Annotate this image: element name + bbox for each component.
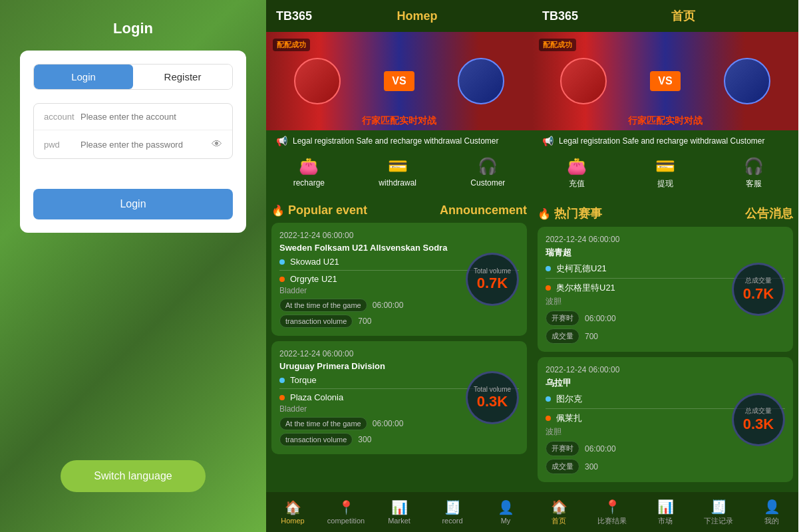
middle-bottom-nav: 🏠 Homep 📍 competition 📊 Market 🧾 record … <box>266 492 532 532</box>
right-m2-team1-dot <box>546 396 551 402</box>
middle-nav-home[interactable]: 🏠 Homep <box>266 492 319 532</box>
right-competition-icon: 📍 <box>604 499 621 515</box>
right-nav-market[interactable]: 📊 市场 <box>639 492 692 532</box>
right-popular-title: 热门赛事 <box>554 205 602 221</box>
account-input[interactable] <box>80 112 222 122</box>
right-match1-league: 瑞青超 <box>546 247 785 259</box>
middle-header: TB365 Homep <box>266 0 532 32</box>
middle-nav-competition-label: competition <box>327 517 365 525</box>
middle-withdrawal-action[interactable]: 💳 withdrawal <box>379 157 416 188</box>
customer-label: Customer <box>470 178 505 188</box>
tab-row: Login Register <box>33 64 233 90</box>
middle-match2-volume-row: transaction volume 300 <box>279 433 519 446</box>
middle-quick-actions: 👛 recharge 💳 withdrawal 🎧 Customer <box>266 152 532 193</box>
right-header: TB365 首页 <box>532 0 798 32</box>
right-team-left <box>560 58 607 104</box>
right-match1-volume-num: 700 <box>585 332 598 341</box>
team-left-icon <box>294 58 341 104</box>
middle-nav-my[interactable]: 👤 My <box>479 492 532 532</box>
middle-nav-my-label: My <box>501 517 511 525</box>
right-match-card-2: 2022-12-24 06:00:00 乌拉甲 图尔克 佩莱扎 波胆 开赛时 0… <box>538 357 793 482</box>
right-section-header: 🔥 热门赛事 公告消息 <box>538 200 793 227</box>
middle-banner-text: 行家匹配实时对战 <box>266 115 532 127</box>
right-nav-home[interactable]: 🏠 首页 <box>532 492 585 532</box>
middle-match1-time: 06:00:00 <box>373 301 404 310</box>
middle-popular-title: Popular event <box>288 203 367 217</box>
home-nav-icon: 🏠 <box>285 499 301 515</box>
middle-nav-record-label: record <box>442 517 462 525</box>
right-team-right <box>724 58 770 104</box>
middle-match1-datetime: 2022-12-24 06:00:00 <box>279 231 519 240</box>
middle-match1-volume-circle: Total volume 0.7K <box>466 253 519 306</box>
middle-info-text: Legal registration Safe and recharge wit… <box>293 136 522 146</box>
register-tab[interactable]: Register <box>133 65 232 89</box>
right-nav-record[interactable]: 🧾 下注记录 <box>692 492 745 532</box>
right-match2-datetime: 2022-12-24 06:00:00 <box>546 365 785 374</box>
password-row: pwd 👁 <box>34 130 232 158</box>
middle-team2-dot <box>279 277 285 282</box>
middle-nav-home-label: Homep <box>281 517 304 525</box>
middle-volume2-value: 0.3K <box>477 393 508 410</box>
middle-match2-tag2: transaction volume <box>279 433 353 446</box>
team-right-icon <box>458 58 504 104</box>
right-recharge-icon: 👛 <box>567 157 587 176</box>
withdrawal-label: withdrawal <box>379 178 416 188</box>
right-nav-competition-label: 比赛结果 <box>597 516 627 526</box>
right-match-card-1: 2022-12-24 06:00:00 瑞青超 史柯瓦德U21 奥尔格里特U21… <box>538 227 793 352</box>
middle-customer-action[interactable]: 🎧 Customer <box>470 157 505 188</box>
right-bottom-nav: 🏠 首页 📍 比赛结果 📊 市场 🧾 下注记录 👤 我的 <box>532 492 798 532</box>
right-recharge-label: 充值 <box>569 178 585 190</box>
eye-icon[interactable]: 👁 <box>212 138 222 150</box>
middle-match2-volume-circle: Total volume 0.3K <box>466 371 519 424</box>
customer-icon: 🎧 <box>478 157 498 176</box>
middle-banner: 配配成功 VS 行家匹配实时对战 <box>266 32 532 130</box>
right-match2-volume-row: 成交量 300 <box>546 459 785 474</box>
right-recharge-action[interactable]: 👛 充值 <box>567 157 587 190</box>
right-match1-volume-row: 成交量 700 <box>546 329 785 344</box>
middle-match2-tag1: At the time of the game <box>279 417 367 430</box>
fire-icon-1: 🔥 <box>271 204 285 217</box>
credentials-input-group: account pwd 👁 <box>33 103 233 159</box>
right-nav-competition[interactable]: 📍 比赛结果 <box>585 492 639 532</box>
middle-section-header: 🔥 Popular event Announcement <box>271 198 527 223</box>
right-volume2-value: 0.3K <box>743 416 774 433</box>
right-match2-team2: 佩莱扎 <box>556 412 582 424</box>
middle-nav-market[interactable]: 📊 Market <box>373 492 426 532</box>
right-nav-my[interactable]: 👤 我的 <box>745 492 798 532</box>
login-tab[interactable]: Login <box>34 65 133 89</box>
login-button[interactable]: Login <box>33 189 233 219</box>
right-customer-icon: 🎧 <box>744 157 764 176</box>
middle-info-bar: 📢 Legal registration Safe and recharge w… <box>266 130 532 152</box>
market-nav-icon: 📊 <box>391 499 408 515</box>
recharge-label: recharge <box>293 178 325 188</box>
record-nav-icon: 🧾 <box>444 499 461 515</box>
right-m2-team2-dot <box>546 416 551 421</box>
right-info-icon: 📢 <box>542 136 554 146</box>
middle-nav-competition[interactable]: 📍 competition <box>319 492 373 532</box>
competition-nav-icon: 📍 <box>338 499 355 515</box>
right-home-icon: 🏠 <box>551 499 567 515</box>
right-info-text: Legal registration Safe and recharge wit… <box>559 136 788 146</box>
middle-logo: TB365 <box>276 9 312 23</box>
banner-badge-left: 配配成功 <box>273 39 310 51</box>
recharge-icon: 👛 <box>299 157 319 176</box>
middle-title: Homep <box>397 9 438 23</box>
middle-match2-team1: Torque <box>290 375 317 385</box>
right-withdrawal-action[interactable]: 💳 提现 <box>655 157 675 190</box>
right-match1-time: 06:00:00 <box>585 314 616 323</box>
right-customer-action[interactable]: 🎧 客服 <box>744 157 764 190</box>
middle-volume2-label: Total volume <box>474 386 511 393</box>
right-match2-tag1: 开赛时 <box>546 441 579 456</box>
middle-recharge-action[interactable]: 👛 recharge <box>293 157 325 188</box>
password-input[interactable] <box>80 140 212 150</box>
middle-content-area: 🔥 Popular event Announcement 2022-12-24 … <box>266 193 532 492</box>
right-match2-tag2: 成交量 <box>546 459 579 474</box>
middle-match2-datetime: 2022-12-24 06:00:00 <box>279 349 519 358</box>
right-nav-market-label: 市场 <box>658 516 673 526</box>
right-quick-actions: 👛 充值 💳 提现 🎧 客服 <box>532 152 798 195</box>
middle-match1-volume-num: 700 <box>358 317 371 326</box>
middle-match-card-1: 2022-12-24 06:00:00 Sweden Folksam U21 A… <box>271 223 527 336</box>
middle-match2-team2: Plaza Colonia <box>290 392 343 402</box>
middle-nav-record[interactable]: 🧾 record <box>426 492 479 532</box>
switch-language-button[interactable]: Switch language <box>61 460 205 492</box>
